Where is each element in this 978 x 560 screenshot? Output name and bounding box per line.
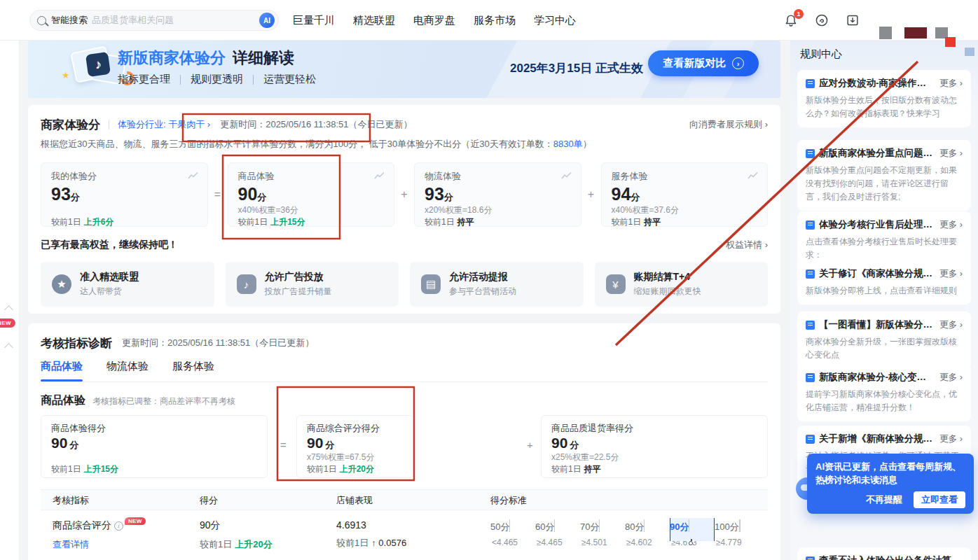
rules-center-title: 规则中心 xyxy=(800,48,842,61)
more-link[interactable]: 更多 › xyxy=(939,78,963,90)
score-card-logistics: 物流体验 93分 x20%权重=18.6分 较前1日持平 xyxy=(414,162,581,227)
table-row: 商品综合评分 i NEW 查看详情 90分 较前1日上升20分 4.6913 较… xyxy=(41,510,768,551)
popup-message: AI资讯已更新，点击查看每周新规、热榜讨论和未读消息 xyxy=(815,460,965,486)
trend-chart-icon[interactable] xyxy=(374,170,385,183)
wallet-icon: ¥ xyxy=(606,274,626,294)
star-decor-icon: ★ xyxy=(62,70,70,80)
notification-bell-icon[interactable]: 1 xyxy=(783,13,799,28)
diagnosis-tabs: 商品体验 物流体验 服务体验 xyxy=(41,360,768,382)
nav-juliangqianchuan[interactable]: 巨量千川 xyxy=(293,14,335,27)
nav-dianshangluopan[interactable]: 电商罗盘 xyxy=(413,14,455,27)
dismiss-button[interactable]: 不再提醒 xyxy=(866,493,902,506)
diagnosis-update-time: 更新时间：2025/05/16 11:38:51（今日已更新） xyxy=(122,337,314,349)
table-header: 考核指标 得分 店铺表现 得分标准 xyxy=(41,489,768,510)
tiktok-note-icon: ♪ xyxy=(85,52,111,77)
scale-col-active: 90分≥4.673 xyxy=(670,519,715,547)
perk-card-campaign: ▤ 允许活动提报参与平台营销活动 xyxy=(410,262,584,307)
book-icon xyxy=(806,435,815,444)
operator: = xyxy=(280,439,287,451)
update-time: 更新时间：2025/05/16 11:38:51（今日已更新） xyxy=(220,118,412,131)
scale-col: 100分≥4.779 xyxy=(715,519,762,547)
search-prefix: 智能搜索 xyxy=(51,14,88,27)
rule-item[interactable]: 【一图看懂】新版体验分变化点更多 › 商家体验分全新升级，一张图掌握改版核心变化… xyxy=(797,312,971,369)
trend-value: 持平 xyxy=(644,217,661,227)
book-icon xyxy=(806,149,815,158)
banner-features: 指标更合理 规则更透明 运营更轻松 xyxy=(118,73,316,86)
book-icon xyxy=(806,321,815,330)
tab-service-experience[interactable]: 服务体验 xyxy=(172,360,214,382)
trend-value: 上升15分 xyxy=(270,217,305,227)
left-rail: 页 NEW xyxy=(0,0,20,560)
industry-link[interactable]: 体验分行业: 干果肉干 › xyxy=(118,118,210,131)
top-nav: 巨量千川 精选联盟 电商罗盘 服务市场 学习中心 xyxy=(293,0,576,41)
view-now-button[interactable]: 立即查看 xyxy=(914,491,965,508)
section-title: 商家体验分 xyxy=(41,117,100,133)
ai-news-popup: AI资讯已更新，点击查看每周新规、热榜讨论和未读消息 不再提醒 立即查看 xyxy=(807,454,974,514)
operator: = xyxy=(208,188,228,201)
operator: + xyxy=(581,188,601,201)
download-icon[interactable] xyxy=(845,13,860,28)
perk-card-settlement: ¥ 账期结算T+4缩短账期回款更快 xyxy=(595,262,769,307)
score-card-service: 服务体验 94分 x40%权重=37.6分 较前1日持平 xyxy=(601,162,769,227)
more-link[interactable]: 更多 › xyxy=(939,319,963,331)
rail-new-badge: NEW xyxy=(0,318,15,328)
rule-item[interactable]: 查看不计入体验分出分条件计算 xyxy=(797,547,971,560)
position-marker-icon xyxy=(689,541,693,545)
order-count: 8830单 xyxy=(553,139,583,149)
trend-value: 持平 xyxy=(457,217,474,227)
performance-delta: ↑ 0.0576 xyxy=(371,538,406,548)
metric-name: 商品综合评分 xyxy=(53,519,111,532)
view-comparison-button[interactable]: 查看新版对比 › xyxy=(648,50,759,76)
artifact-block xyxy=(945,37,956,47)
tab-product-experience[interactable]: 商品体验 xyxy=(41,360,83,382)
score-card-total: 我的体验分 93分 较前1日上升6分 xyxy=(41,162,208,227)
score-cell: 90分 xyxy=(200,519,336,532)
operator: + xyxy=(394,188,414,201)
chevron-up-icon[interactable] xyxy=(4,343,13,352)
search-placeholder: 品质退货率相关问题 xyxy=(92,14,259,27)
show-rules-link[interactable]: 向消费者展示规则 › xyxy=(689,118,768,131)
book-icon xyxy=(806,220,815,230)
more-link[interactable]: 更多 › xyxy=(939,268,963,280)
perks-detail-link[interactable]: 权益详情 › xyxy=(726,239,768,251)
nav-fuwushichang[interactable]: 服务市场 xyxy=(474,14,516,27)
diagnosis-title: 考核指标诊断 xyxy=(41,335,112,351)
trend-value: 持平 xyxy=(584,464,601,474)
view-detail-link[interactable]: 查看详情 xyxy=(53,539,89,550)
chevron-up-icon[interactable] xyxy=(4,305,13,314)
rule-item[interactable]: 新版商家体验分-核心变化解读更多 › 提前学习新版商家体验分核心变化点，优化店铺… xyxy=(797,364,971,421)
effective-date: 2025年3月15日 正式生效 xyxy=(510,60,643,76)
nav-xuexizhongxin[interactable]: 学习中心 xyxy=(534,14,576,27)
tab-logistics-experience[interactable]: 物流体验 xyxy=(106,360,149,382)
arrow-right-icon: › xyxy=(732,57,744,69)
score-card-product: 商品体验 90分 x40%权重=36分 较前1日上升15分 xyxy=(228,162,395,227)
more-link[interactable]: 更多 › xyxy=(939,148,963,160)
diag-card-quality-return: 商品品质退货率得分 90分 x25%权重=22.5分 较前1日持平 xyxy=(541,415,768,478)
rule-item[interactable]: 应对分数波动-商家操作手册更多 › 新版体验分生效后，按旧版分数有波动怎么办？如… xyxy=(797,70,971,127)
search-input[interactable]: 智能搜索 品质退货率相关问题 AI xyxy=(29,10,279,31)
star-icon: ★ xyxy=(52,274,71,294)
rule-item[interactable]: 关于修订《商家体验分规范》的...更多 › 新版体验分即将上线，点击查看详细规则 xyxy=(797,260,971,304)
trend-chart-icon[interactable] xyxy=(561,170,572,183)
more-link[interactable]: 更多 › xyxy=(939,372,963,384)
artifact-block xyxy=(904,27,927,38)
book-icon xyxy=(806,79,815,88)
more-link[interactable]: 更多 › xyxy=(939,219,963,231)
more-link[interactable]: 更多 › xyxy=(939,433,963,445)
compass-icon[interactable] xyxy=(814,13,829,28)
new-version-banner: ♪ ★ 新版商家体验分详细解读 指标更合理 规则更透明 运营更轻松 2025年3… xyxy=(28,41,780,98)
ai-search-button[interactable]: AI xyxy=(259,13,275,28)
trend-chart-icon[interactable] xyxy=(188,170,199,183)
trend-value: 上升20分 xyxy=(235,539,272,550)
perk-card-alliance: ★ 准入精选联盟达人帮带货 xyxy=(41,262,214,307)
diag-card-composite-rating: 商品综合评分得分 90分 x75%权重=67.5分 较前1日上升20分 xyxy=(296,415,414,478)
search-icon xyxy=(37,16,46,25)
info-icon[interactable]: i xyxy=(114,522,123,531)
banner-title: 新版商家体验分详细解读 xyxy=(118,48,294,69)
diagnosis-card: 考核指标诊断 更新时间：2025/05/16 11:38:51（今日已更新） 商… xyxy=(28,323,780,560)
trend-chart-icon[interactable] xyxy=(748,170,759,183)
artifact-block xyxy=(879,27,892,39)
rule-item[interactable]: 新版商家体验分重点问题解答更多 › 新版体验分重点问题会不定期更新，如果没有找到… xyxy=(797,140,971,211)
nav-jingxuanlianmeng[interactable]: 精选联盟 xyxy=(353,14,395,27)
scale-col: 80分≥4.602 xyxy=(625,519,670,547)
